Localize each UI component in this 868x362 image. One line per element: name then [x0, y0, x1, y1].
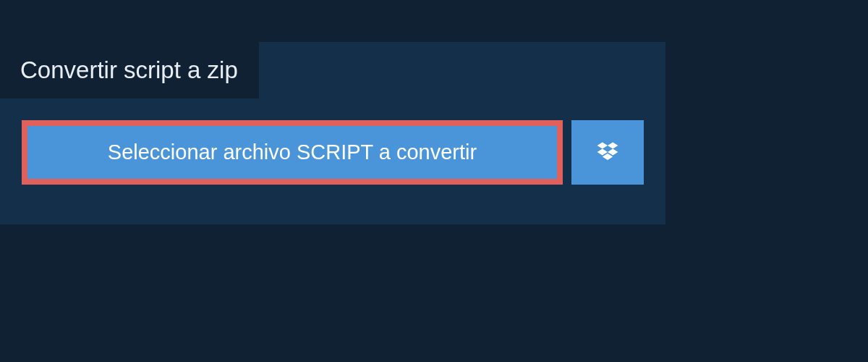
dropbox-icon — [595, 140, 621, 166]
select-file-label: Seleccionar archivo SCRIPT a convertir — [108, 140, 477, 164]
tab-title: Convertir script a zip — [20, 56, 238, 84]
converter-panel: Convertir script a zip Seleccionar archi… — [0, 42, 665, 224]
tab-header: Convertir script a zip — [0, 42, 259, 98]
select-file-button[interactable]: Seleccionar archivo SCRIPT a convertir — [22, 120, 563, 185]
dropbox-button[interactable] — [571, 120, 644, 185]
tab-body: Seleccionar archivo SCRIPT a convertir — [0, 98, 665, 224]
button-row: Seleccionar archivo SCRIPT a convertir — [22, 120, 644, 185]
